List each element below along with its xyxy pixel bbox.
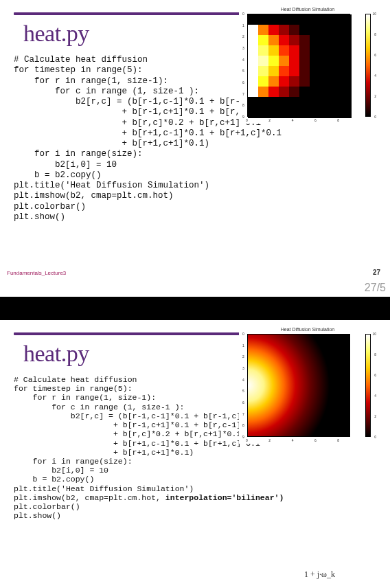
heatmap-bilinear bbox=[248, 335, 349, 436]
page-position: 27/5 bbox=[365, 282, 386, 294]
chart-2: Heat Diffusion Simulation 0246810 012345… bbox=[239, 327, 376, 444]
slide-gap bbox=[0, 297, 390, 320]
footer-page-number: 27 bbox=[373, 269, 380, 276]
colorbar bbox=[365, 14, 371, 117]
colorbar-ticks: 0246810 bbox=[371, 14, 376, 117]
footer-source: Fundamentals_Lecture3 bbox=[7, 270, 66, 276]
slide-2: heat.py # Calculate heat diffusion for t… bbox=[0, 320, 390, 588]
handwritten-annotation: 1 + j·ω_k bbox=[304, 569, 335, 580]
chart-title: Heat Diffusion Simulation bbox=[239, 7, 376, 12]
colorbar bbox=[365, 334, 371, 437]
chart-1: Heat Diffusion Simulation 0246810 012345… bbox=[239, 7, 376, 124]
slide-1: heat.py # Calculate heat diffusion for t… bbox=[0, 0, 390, 297]
chart-body-2 bbox=[247, 334, 350, 437]
chart-body-1 bbox=[247, 14, 350, 117]
colorbar-ticks: 0246810 bbox=[371, 334, 376, 437]
chart-title: Heat Diffusion Simulation bbox=[239, 327, 376, 332]
